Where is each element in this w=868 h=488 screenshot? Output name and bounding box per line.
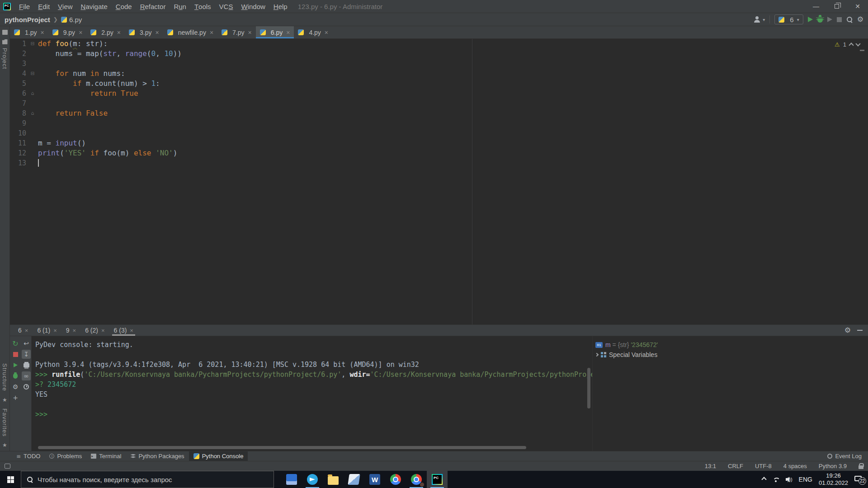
editor-tab-9.py[interactable]: 9.py× (48, 26, 87, 38)
console-settings-gear-icon[interactable]: ⚙ (844, 327, 851, 334)
event-log-button[interactable]: Event Log (827, 453, 868, 460)
soft-wrap-icon[interactable]: ↩ (22, 339, 31, 348)
editor-tab-2.py[interactable]: 2.py× (86, 26, 125, 38)
special-variables-row[interactable]: Special Variables (595, 350, 868, 360)
taskbar-app-chrome[interactable] (385, 471, 406, 488)
taskbar-app-mail[interactable] (281, 471, 302, 488)
tab-close-icon[interactable]: × (286, 29, 290, 36)
print-icon[interactable] (22, 361, 31, 370)
line-ending[interactable]: CRLF (728, 463, 743, 469)
tab-close-icon[interactable]: × (325, 29, 328, 36)
expand-chevron-icon[interactable] (595, 353, 599, 357)
menu-view[interactable]: View (54, 0, 77, 13)
code-line-13[interactable]: 13 (10, 158, 868, 168)
console-output[interactable]: PyDev console: starting.Python 3.9.4 (ta… (32, 336, 592, 451)
taskbar-app-explorer[interactable] (323, 471, 344, 488)
console-tab-6(1)[interactable]: 6 (1)× (33, 325, 61, 336)
show-variables-icon[interactable]: ∞ (22, 371, 31, 380)
tab-close-icon[interactable]: × (117, 29, 121, 36)
editor-tab-7.py[interactable]: 7.py× (217, 26, 256, 38)
console-horizontal-scrollbar[interactable] (38, 446, 526, 449)
console-tab-6(2)[interactable]: 6 (2)× (80, 325, 109, 336)
fold-marker-icon[interactable]: ⊟ (29, 39, 36, 49)
code-line-8[interactable]: 8⌂ return False (10, 108, 868, 118)
taskbar-app-word[interactable]: W (364, 471, 385, 488)
editor-tab-1.py[interactable]: 1.py× (10, 26, 48, 38)
taskbar-app-chrome-profile[interactable] (406, 471, 427, 488)
menu-tools[interactable]: Tools (190, 0, 215, 13)
menu-file[interactable]: File (15, 0, 34, 13)
tool-button-todo[interactable]: ≡TODO (12, 451, 45, 461)
search-everywhere-icon[interactable] (846, 16, 853, 23)
editor-tab-4.py[interactable]: 4.py× (294, 26, 332, 38)
code-line-2[interactable]: 2 nums = map(str, range(0, 10)) (10, 49, 868, 59)
editor-tab-3.py[interactable]: 3.py× (125, 26, 163, 38)
history-icon[interactable] (22, 382, 31, 391)
tool-button-python-packages[interactable]: Python Packages (126, 451, 189, 461)
console-tab-6(3)[interactable]: 6 (3)× (109, 325, 138, 336)
tab-close-icon[interactable]: × (40, 29, 44, 36)
fold-marker-icon[interactable]: ⌂ (29, 89, 36, 99)
tab-close-icon[interactable]: × (73, 327, 76, 334)
sidebar-item-structure[interactable]: Structure (1, 361, 8, 394)
menu-navigate[interactable]: Navigate (77, 0, 112, 13)
debug-button[interactable] (817, 16, 823, 23)
editor-tab-newfile.py[interactable]: newfile.py× (163, 26, 217, 38)
editor-tab-6.py[interactable]: 6.py× (256, 26, 294, 38)
clock-widget[interactable]: 19:26 01.02.2022 (819, 472, 848, 487)
notifications-button[interactable]: 22 (854, 476, 863, 483)
attach-debugger-icon[interactable] (11, 371, 20, 380)
fold-marker-icon[interactable]: ⌂ (29, 108, 36, 118)
breadcrumb-project[interactable]: pythonProject (5, 16, 50, 23)
interpreter[interactable]: Python 3.9 (819, 463, 847, 469)
console-gear-icon[interactable]: ⚙ (11, 382, 20, 391)
menu-vcs[interactable]: VCS (215, 0, 237, 13)
taskbar-app-pycharm[interactable]: PC (427, 471, 448, 488)
next-problem-icon[interactable] (855, 41, 860, 46)
volume-icon[interactable]: ))) (786, 477, 793, 482)
code-line-4[interactable]: 4⊟ for num in nums: (10, 69, 868, 79)
taskbar-search-box[interactable]: Чтобы начать поиск, введите здесь запрос (21, 471, 274, 488)
tray-expand-icon[interactable] (761, 477, 766, 482)
restore-button[interactable] (826, 0, 847, 13)
sidebar-item-project[interactable]: Project (1, 45, 8, 72)
tab-close-icon[interactable]: × (53, 327, 57, 334)
variable-row[interactable]: 01 m = {str} '2345672' (595, 340, 868, 350)
code-line-5[interactable]: 5 if m.count(num) > 1: (10, 79, 868, 89)
tool-button-problems[interactable]: !Problems (45, 451, 86, 461)
tab-close-icon[interactable]: × (210, 29, 213, 36)
console-vertical-scrollbar[interactable] (587, 368, 590, 408)
minimize-button[interactable]: — (806, 0, 826, 13)
tool-window-switcher-icon[interactable] (5, 464, 10, 469)
console-tab-9[interactable]: 9× (61, 325, 80, 336)
menu-help[interactable]: Help (269, 0, 292, 13)
code-line-1[interactable]: 1⊟def foo(m: str): (10, 39, 868, 49)
code-line-6[interactable]: 6⌂ return True (10, 89, 868, 99)
rerun-icon[interactable]: ↻ (11, 339, 20, 348)
scroll-to-end-icon[interactable]: ↧ (22, 350, 31, 359)
caret-position[interactable]: 13:1 (705, 463, 716, 469)
stop-icon[interactable] (11, 350, 20, 359)
menu-edit[interactable]: Edit (34, 0, 54, 13)
taskbar-app-telegram[interactable] (302, 471, 323, 488)
menu-code[interactable]: Code (112, 0, 136, 13)
start-button[interactable] (0, 471, 21, 488)
code-line-7[interactable]: 7 (10, 99, 868, 108)
user-profile-button[interactable]: ▾ (754, 16, 765, 23)
tab-close-icon[interactable]: × (155, 29, 159, 36)
code-line-3[interactable]: 3 (10, 59, 868, 69)
tab-close-icon[interactable]: × (101, 327, 105, 334)
prev-problem-icon[interactable] (849, 42, 854, 47)
hide-panel-icon[interactable] (857, 330, 863, 331)
keyboard-language[interactable]: ENG (799, 476, 812, 483)
menu-refactor[interactable]: Refactor (136, 0, 170, 13)
coverage-button[interactable] (827, 17, 832, 22)
code-line-10[interactable]: 10 (10, 128, 868, 138)
readonly-lock-icon[interactable] (859, 465, 863, 469)
tab-close-icon[interactable]: × (130, 327, 133, 334)
resume-icon[interactable] (11, 361, 20, 370)
tool-button-python-console[interactable]: Python Console (189, 451, 248, 461)
fold-marker-icon[interactable]: ⊟ (29, 69, 36, 79)
wifi-icon[interactable] (772, 477, 779, 482)
tab-close-icon[interactable]: × (25, 327, 28, 334)
